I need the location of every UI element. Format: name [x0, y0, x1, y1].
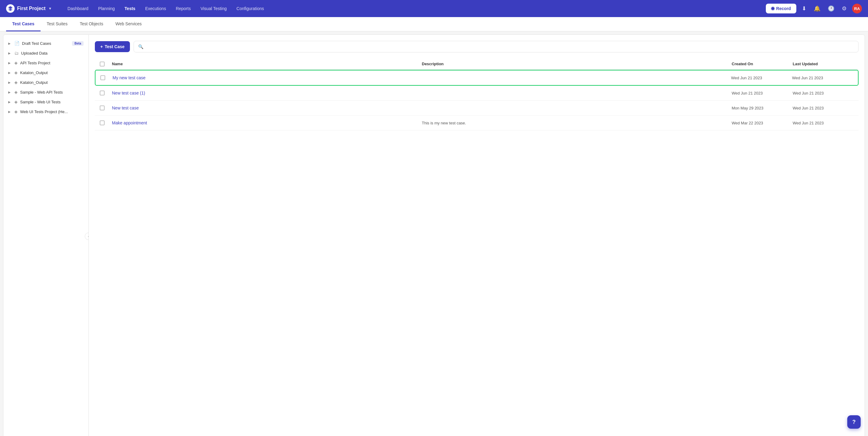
brand[interactable]: First Project ▾ — [6, 4, 51, 13]
sidebar-item-katalon-output-1[interactable]: ▶ ◈ Katalon_Output — [3, 68, 88, 77]
table-row: Make appointment This is my new test cas… — [95, 116, 859, 130]
row-name-link[interactable]: New test case — [112, 105, 139, 111]
col-created-on: Created On — [732, 62, 793, 66]
row-created-on: Wed Jun 21 2023 — [732, 91, 793, 95]
chevron-icon: ▶ — [8, 91, 12, 94]
row-name-link[interactable]: My new test case — [113, 75, 146, 80]
sidebar-item-label: Sample - Web API Tests — [20, 90, 84, 95]
top-nav: First Project ▾ Dashboard Planning Tests… — [0, 0, 868, 17]
sidebar-item-api-tests[interactable]: ▶ ◈ API Tests Project — [3, 58, 88, 68]
chevron-icon: ▶ — [8, 110, 12, 114]
chevron-icon: ▶ — [8, 42, 12, 45]
tab-test-cases[interactable]: Test Cases — [6, 17, 40, 31]
col-name: Name — [112, 62, 422, 66]
nav-dashboard[interactable]: Dashboard — [63, 4, 93, 13]
search-input[interactable] — [146, 44, 854, 49]
download-icon[interactable]: ⬇ — [800, 3, 808, 14]
sub-nav: Test Cases Test Suites Test Objects Web … — [0, 17, 868, 31]
row-last-updated: Wed Jun 21 2023 — [792, 75, 853, 80]
sidebar-item-sample-web-ui[interactable]: ▶ ◈ Sample - Web UI Tests — [3, 97, 88, 107]
sidebar-item-katalon-output-2[interactable]: ▶ ◈ Katalon_Output — [3, 77, 88, 87]
sidebar-item-label: Katalon_Output — [20, 80, 84, 85]
sidebar-item-web-ui-tests-project[interactable]: ▶ ◈ Web UI Tests Project (He... — [3, 107, 88, 117]
uploaded-data-icon: 🗂 — [14, 51, 19, 56]
tab-test-objects[interactable]: Test Objects — [73, 17, 109, 31]
header-checkbox[interactable] — [100, 62, 104, 66]
brand-logo — [6, 4, 14, 13]
table-row: My new test case Wed Jun 21 2023 Wed Jun… — [95, 70, 859, 86]
katalon-output-2-icon: ◈ — [14, 80, 18, 85]
row-created-on: Mon May 29 2023 — [732, 106, 793, 111]
avatar[interactable]: RA — [852, 4, 862, 13]
row-created-on: Wed Mar 22 2023 — [732, 121, 793, 125]
row-name-link[interactable]: New test case (1) — [112, 91, 145, 95]
sidebar-collapse-button[interactable]: ‹ — [85, 232, 89, 240]
draft-test-cases-icon: 📄 — [14, 41, 20, 46]
web-ui-tests-icon: ◈ — [14, 109, 18, 114]
select-all-checkbox[interactable] — [100, 62, 112, 66]
beta-badge: Beta — [72, 41, 84, 46]
brand-name: First Project — [17, 6, 45, 11]
sample-web-ui-icon: ◈ — [14, 99, 18, 104]
nav-reports[interactable]: Reports — [172, 4, 195, 13]
sidebar-item-label: Draft Test Cases — [22, 41, 69, 46]
help-button[interactable]: ? — [847, 415, 861, 429]
sidebar-item-label: Web UI Tests Project (He... — [20, 110, 84, 114]
row-created-on: Wed Jun 21 2023 — [731, 75, 792, 80]
table-row: New test case Mon May 29 2023 Wed Jun 21… — [95, 101, 859, 116]
history-icon[interactable]: 🕐 — [826, 3, 836, 14]
settings-icon[interactable]: ⚙ — [840, 3, 848, 14]
sidebar-item-label: API Tests Project — [20, 61, 84, 65]
col-description: Description — [422, 62, 732, 66]
test-cases-table: Name Description Created On Last Updated… — [95, 59, 859, 130]
content-area: + Test Case 🔍 Name Description Created O… — [89, 35, 865, 436]
nav-configurations[interactable]: Configurations — [232, 4, 268, 13]
nav-links: Dashboard Planning Tests Executions Repo… — [63, 4, 766, 13]
row-last-updated: Wed Jun 21 2023 — [793, 91, 854, 95]
chevron-icon: ▶ — [8, 100, 12, 104]
tab-test-suites[interactable]: Test Suites — [40, 17, 73, 31]
sidebar-item-draft-test-cases[interactable]: ▶ 📄 Draft Test Cases Beta — [3, 38, 88, 48]
row-checkbox[interactable] — [100, 105, 104, 111]
sidebar-item-uploaded-data[interactable]: ▶ 🗂 Uploaded Data — [3, 48, 88, 58]
add-test-case-button[interactable]: + Test Case — [95, 41, 130, 52]
row-checkbox[interactable] — [100, 91, 104, 95]
row-description: This is my new test case. — [422, 121, 732, 125]
katalon-output-1-icon: ◈ — [14, 70, 18, 75]
sidebar-item-label: Uploaded Data — [21, 51, 84, 56]
api-tests-icon: ◈ — [14, 60, 18, 65]
row-name-link[interactable]: Make appointment — [112, 120, 147, 125]
sidebar-item-label: Sample - Web UI Tests — [20, 100, 84, 104]
plus-icon: + — [100, 44, 103, 49]
notifications-icon[interactable]: 🔔 — [812, 3, 822, 14]
sidebar: ▶ 📄 Draft Test Cases Beta ▶ 🗂 Uploaded D… — [3, 35, 89, 436]
search-icon: 🔍 — [138, 44, 143, 49]
chevron-icon: ▶ — [8, 71, 12, 74]
nav-executions[interactable]: Executions — [141, 4, 170, 13]
nav-actions: Record ⬇ 🔔 🕐 ⚙ RA — [766, 3, 862, 14]
nav-planning[interactable]: Planning — [94, 4, 119, 13]
nav-visual-testing[interactable]: Visual Testing — [196, 4, 231, 13]
brand-chevron[interactable]: ▾ — [49, 6, 51, 11]
sample-web-api-icon: ◈ — [14, 90, 18, 95]
col-last-updated: Last Updated — [793, 62, 854, 66]
row-last-updated: Wed Jun 21 2023 — [793, 106, 854, 111]
row-last-updated: Wed Jun 21 2023 — [793, 121, 854, 125]
tab-web-services[interactable]: Web Services — [109, 17, 148, 31]
main-content: ▶ 📄 Draft Test Cases Beta ▶ 🗂 Uploaded D… — [3, 34, 865, 436]
chevron-icon: ▶ — [8, 81, 12, 84]
chevron-icon: ▶ — [8, 61, 12, 65]
sidebar-item-label: Katalon_Output — [20, 70, 84, 75]
table-header: Name Description Created On Last Updated — [95, 59, 859, 70]
record-button[interactable]: Record — [766, 4, 796, 13]
sidebar-item-sample-web-api[interactable]: ▶ ◈ Sample - Web API Tests — [3, 87, 88, 97]
search-box: 🔍 — [133, 41, 859, 53]
record-dot-icon — [771, 7, 774, 10]
row-checkbox[interactable] — [100, 120, 104, 125]
row-checkbox[interactable] — [100, 75, 105, 80]
nav-tests[interactable]: Tests — [120, 4, 140, 13]
table-row: New test case (1) Wed Jun 21 2023 Wed Ju… — [95, 86, 859, 101]
toolbar: + Test Case 🔍 — [95, 41, 859, 53]
chevron-icon: ▶ — [8, 52, 12, 55]
